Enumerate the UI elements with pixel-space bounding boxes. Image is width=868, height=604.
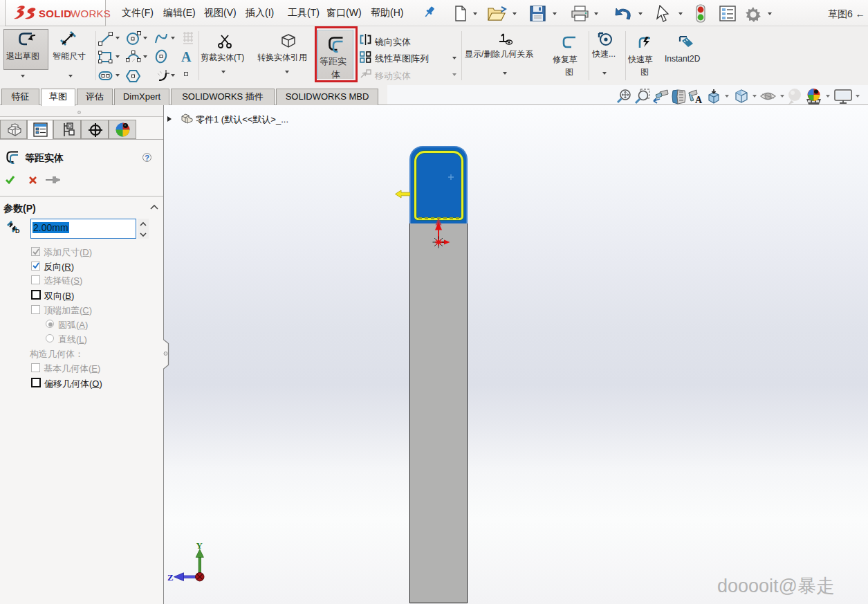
svg-text:D: D [15,228,20,234]
svg-text:WORKS: WORKS [71,8,111,19]
svg-text:Z: Z [167,572,174,583]
svg-text:A: A [181,49,192,64]
svg-text:A: A [695,95,703,104]
svg-text:SOLID: SOLID [39,8,71,19]
